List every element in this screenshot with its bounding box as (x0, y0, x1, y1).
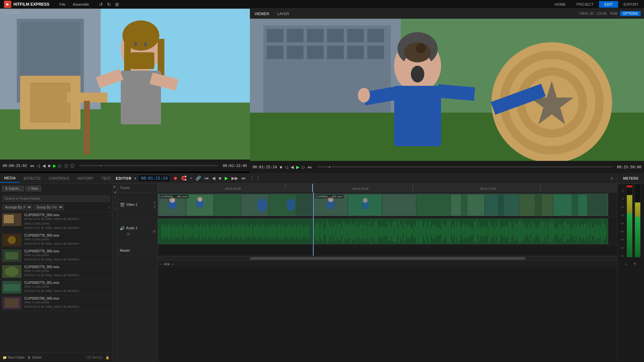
svg-rect-25 (327, 29, 344, 42)
media-item-options[interactable]: ⋮ (106, 251, 110, 255)
trimmer-play-back[interactable]: ◀ (42, 163, 46, 169)
media-item-options[interactable]: ⋮ (106, 282, 110, 287)
media-thumbnail (2, 297, 21, 309)
search-input[interactable] (2, 195, 110, 202)
trimmer-frame-back[interactable]: ◁ (36, 163, 41, 169)
viewer-play[interactable]: ▶ (296, 164, 300, 170)
media-info: CLIP0000779_000.mov 3840 x 2160 pixels 0… (24, 265, 104, 278)
media-item-options[interactable]: ⋮ (106, 266, 110, 271)
viewer-timecode: 00:01:15:24 (253, 165, 277, 169)
tl-ctrl-2[interactable]: ◀ (113, 190, 117, 194)
trimmer-play-to-in[interactable]: ⏮ (29, 163, 35, 169)
meter-bar-right (635, 184, 641, 257)
list-item[interactable]: CLIP0000780_000.mov 3840 x 2160 pixels 0… (0, 295, 112, 311)
viewer-frame-back[interactable]: ◁ (284, 164, 289, 170)
sort-direction-icon[interactable]: ↕ (108, 205, 110, 209)
project-button[interactable]: PROJECT (571, 1, 599, 8)
tab-controls[interactable]: CONTROLS (45, 174, 73, 182)
trimmer-mark-in[interactable]: ⬡ (64, 163, 69, 169)
timeline-ruler[interactable]: 00:01:15:00 00:01:16:00 00:01:17:00 (158, 184, 617, 192)
menu-file[interactable]: File (56, 1, 69, 7)
master-track-row[interactable] (158, 245, 617, 256)
audio-waveform-1[interactable] (158, 219, 312, 244)
menu-assemble[interactable]: Assemble (69, 1, 92, 7)
editor-play-back[interactable]: ◀ (211, 175, 216, 181)
tl-ctrl-5[interactable]: ≡ (113, 206, 117, 210)
tl-next-marker[interactable]: ▶ (167, 262, 170, 266)
options-label[interactable]: OPTIONS (620, 11, 641, 16)
tab-history[interactable]: HISTORY (73, 174, 98, 182)
viewer-stop[interactable]: ■ (279, 164, 283, 170)
media-item-options[interactable]: ⋮ (106, 235, 110, 239)
folder-icon: 📁 (3, 356, 7, 359)
viewer-video-svg (250, 19, 644, 161)
new-folder-button[interactable]: 📁 New Folder (3, 356, 25, 359)
track-solo-video[interactable]: S (153, 205, 156, 209)
tl-zoom-in[interactable]: + (171, 262, 173, 266)
audio-waveform-2[interactable] (313, 219, 608, 244)
editor-end[interactable]: ⏭ (240, 175, 247, 181)
editor-stop[interactable]: ■ (218, 175, 222, 181)
viewer-frame-fwd[interactable]: ▷ (301, 164, 306, 170)
audio-track-waveform[interactable]: ≋ (120, 231, 138, 237)
new-button[interactable]: + New (25, 186, 41, 191)
tab-media[interactable]: MEDIA (0, 174, 20, 183)
home-button[interactable]: HOME (549, 1, 571, 8)
trimmer-start-timecode: 00:00:25:02 (3, 164, 27, 168)
tl-ctrl-4[interactable]: − (113, 200, 117, 205)
svg-point-93 (363, 198, 368, 203)
list-item[interactable]: CLIP0000779_000.mov 3840 x 2160 pixels 0… (0, 264, 112, 280)
editor-fast-fwd[interactable]: ▶▶ (230, 175, 239, 181)
export-button[interactable]: EXPORT (618, 1, 644, 8)
tl-prev-marker[interactable]: ◀ (163, 262, 166, 266)
video-clip-2[interactable]: CLIP0000___001.mov (313, 194, 608, 216)
tl-zoom-out[interactable]: − (160, 262, 162, 266)
import-button[interactable]: ⬇ Import... (2, 186, 24, 191)
tl-ctrl-1[interactable]: ▶ (113, 184, 117, 189)
editor-marker-out[interactable]: 〕 (256, 175, 262, 182)
ruler-playhead (312, 184, 313, 192)
viewer-play-back[interactable]: ◀ (290, 164, 294, 170)
trimmer-frame-fwd[interactable]: ▷ (58, 163, 63, 169)
audio-track-row[interactable] (158, 217, 617, 245)
editor-rewind[interactable]: ⏮ (203, 175, 210, 181)
arrange-by-select[interactable]: Arrange By: Name (2, 204, 32, 210)
list-item[interactable]: CLIP0000779_001.mov 3840 x 2160 pixels 0… (0, 280, 112, 295)
viewer-tab-layer[interactable]: LAYER (276, 11, 290, 16)
tab-effects[interactable]: EFFECTS (20, 174, 45, 182)
editor-link-button[interactable]: 🔗 (195, 175, 202, 181)
svg-rect-13 (30, 82, 70, 123)
trimmer-play[interactable]: ▶ (52, 163, 57, 169)
group-by-select[interactable]: Group By: Folder (34, 204, 64, 210)
trimmer-mark-out[interactable]: ⬡ (70, 163, 75, 169)
scroll-thumb[interactable] (250, 257, 525, 260)
list-item[interactable]: CLIP0000778_000.mov 3840 x 2160 pixels 0… (0, 248, 112, 264)
video-track-row[interactable]: CLIP0000___061.mov (158, 192, 617, 217)
editor-ripple-button[interactable]: ≈ (189, 175, 193, 181)
list-item[interactable]: CLIP0000776_000.mov 00:00:13:01 @ 25fps,… (0, 212, 112, 232)
edit-button[interactable]: EDIT (599, 1, 618, 8)
video-clip-1[interactable]: CLIP0000___061.mov (158, 194, 312, 216)
timeline-scrollbar[interactable] (158, 256, 617, 260)
editor-transport-record[interactable]: ⏺ (172, 175, 179, 181)
delete-button[interactable]: 🗑 Delete (28, 356, 42, 359)
track-mute-video[interactable]: V (153, 201, 156, 204)
trimmer-label: TRIMMER (3, 11, 21, 14)
media-item-options[interactable]: ⋮ (106, 298, 110, 302)
meter-green-left (627, 213, 632, 257)
editor-close-button[interactable]: ✕ (610, 176, 614, 181)
tl-ctrl-3[interactable]: + (113, 195, 117, 200)
editor-play[interactable]: ▶ (224, 175, 229, 181)
trimmer-close-button[interactable]: ✕ (244, 11, 247, 15)
editor-marker-in[interactable]: 〔 (248, 175, 255, 182)
trimmer-stop[interactable]: ■ (47, 163, 51, 169)
viewer-tab-viewer[interactable]: VIEWER (253, 11, 270, 16)
redo-button[interactable]: ↻ (106, 1, 112, 8)
editor-snap-button[interactable]: 🧲 (180, 175, 187, 181)
list-item[interactable]: CLIP0000778_000.mov 3840 x 2160 pixels 0… (0, 232, 112, 248)
track-mute-audio[interactable]: M (153, 230, 156, 233)
undo-button[interactable]: ↺ (98, 1, 104, 8)
viewer-play-to-end[interactable]: ⏭ (307, 164, 313, 170)
media-item-options[interactable]: ⋮ (106, 215, 110, 219)
grid-button[interactable]: ⊞ (114, 1, 120, 8)
